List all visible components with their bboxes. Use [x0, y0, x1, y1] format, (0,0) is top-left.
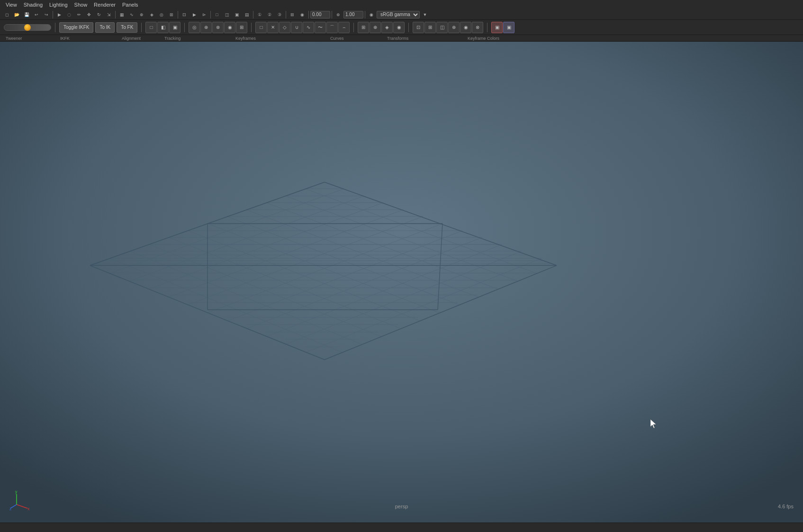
sep2 [115, 11, 116, 18]
menu-lighting[interactable]: Lighting [46, 1, 71, 8]
ipr-icon[interactable]: ⊳ [199, 10, 209, 19]
select-icon[interactable]: ▶ [54, 10, 64, 19]
menu-shading[interactable]: Shading [21, 1, 45, 8]
curve-1-icon[interactable]: ⊞ [358, 22, 369, 33]
track-1-icon[interactable]: ◎ [189, 22, 200, 33]
camera-name-text: persp [395, 504, 408, 509]
dropdown-icon[interactable]: ▼ [420, 10, 430, 19]
transform-6-icon[interactable]: ⊗ [472, 22, 483, 33]
icon-toolbar: ◻ 📂 💾 ↩ ↪ ▶ ◌ ✏ ✥ ↻ ⇲ ▦ ∿ ⊕ ◈ ◎ ⊞ ⊡ ▶ ⊳ … [0, 9, 803, 20]
snap-grid-icon[interactable]: ▦ [117, 10, 126, 19]
multiplier-input[interactable] [343, 11, 363, 18]
menu-renderer[interactable]: Renderer [91, 1, 118, 8]
label-curves: Curves [328, 36, 385, 41]
tweener-slider-container [4, 24, 51, 31]
sep4 [210, 11, 211, 18]
paint-icon[interactable]: ✏ [74, 10, 84, 19]
smooth-2-icon[interactable]: ② [265, 10, 274, 19]
sep3 [178, 11, 178, 18]
display-4-icon[interactable]: ▤ [242, 10, 252, 19]
track-3-icon[interactable]: ⊗ [212, 22, 224, 33]
undo-icon[interactable]: ↩ [32, 10, 41, 19]
kfcolor-1-icon[interactable]: ▣ [491, 22, 503, 33]
transform-5-icon[interactable]: ◉ [460, 22, 471, 33]
redo-icon[interactable]: ↪ [42, 10, 51, 19]
key-2-icon[interactable]: ✕ [267, 22, 279, 33]
open-file-icon[interactable]: 📂 [12, 10, 21, 19]
color-icon[interactable]: ◉ [367, 10, 376, 19]
anim-icon[interactable]: ⊕ [334, 10, 343, 19]
curves-icons: ⊞ ⊕ ◈ ◉ [358, 22, 405, 33]
key-8-icon[interactable]: ⌢ [338, 22, 350, 33]
frame-all-icon[interactable]: ⊞ [288, 10, 297, 19]
to-ik-button[interactable]: To IK [95, 22, 115, 33]
label-tweener: Tweener [4, 36, 58, 41]
key-3-icon[interactable]: ◇ [279, 22, 290, 33]
xray-icon[interactable]: ◉ [298, 10, 307, 19]
track-2-icon[interactable]: ⊕ [200, 22, 212, 33]
align-3-icon[interactable]: ▣ [169, 22, 180, 33]
smooth-3-icon[interactable]: ③ [275, 10, 284, 19]
align-2-icon[interactable]: ◧ [157, 22, 169, 33]
move-icon[interactable]: ✥ [84, 10, 94, 19]
toggle-ikfk-button[interactable]: Toggle IKFK [59, 22, 93, 33]
render-icon[interactable]: ▶ [189, 10, 199, 19]
key-7-icon[interactable]: ⌒ [326, 22, 338, 33]
snap-surface-icon[interactable]: ◈ [147, 10, 156, 19]
scale-icon[interactable]: ⇲ [104, 10, 114, 19]
label-alignment: Alignment [120, 36, 162, 41]
display-3-icon[interactable]: ▣ [232, 10, 242, 19]
new-file-icon[interactable]: ◻ [2, 10, 11, 19]
snap-live-icon[interactable]: ◎ [157, 10, 166, 19]
sep-keyframes [353, 23, 354, 32]
snap-curve-icon[interactable]: ∿ [127, 10, 136, 19]
perspective-grid [0, 42, 803, 523]
transform-1-icon[interactable]: ⊡ [413, 22, 424, 33]
sep8 [332, 11, 332, 18]
smooth-1-icon[interactable]: ① [255, 10, 264, 19]
track-4-icon[interactable]: ◉ [224, 22, 235, 33]
menu-panels[interactable]: Panels [119, 1, 141, 8]
snap-point-icon[interactable]: ⊕ [137, 10, 146, 19]
tweener-toolbar: Toggle IKFK To IK To FK □ ◧ ▣ ◎ ⊕ ⊗ ◉ ⊞ … [0, 20, 803, 35]
tweener-track[interactable] [4, 24, 51, 31]
to-fk-button[interactable]: To FK [117, 22, 137, 33]
display-1-icon[interactable]: □ [212, 10, 222, 19]
camera-label: persp [395, 504, 408, 509]
label-keyframe-colors: Keyframe Colors [466, 36, 537, 41]
lasso-icon[interactable]: ◌ [64, 10, 74, 19]
render-region-icon[interactable]: ⊡ [180, 10, 189, 19]
curve-3-icon[interactable]: ◈ [381, 22, 393, 33]
tweener-thumb[interactable] [24, 24, 31, 31]
display-2-icon[interactable]: ◫ [222, 10, 232, 19]
align-1-icon[interactable]: □ [145, 22, 157, 33]
curve-2-icon[interactable]: ⊕ [370, 22, 381, 33]
transform-4-icon[interactable]: ⊕ [448, 22, 460, 33]
transform-3-icon[interactable]: ◫ [436, 22, 448, 33]
alignment-icons: □ ◧ ▣ [145, 22, 180, 33]
snap-view-icon[interactable]: ⊞ [167, 10, 176, 19]
svg-line-71 [17, 505, 27, 508]
key-5-icon[interactable]: ∿ [303, 22, 314, 33]
transform-2-icon[interactable]: ⊞ [424, 22, 436, 33]
kfcolor-2-icon[interactable]: ▣ [503, 22, 514, 33]
rotate-icon[interactable]: ↻ [94, 10, 104, 19]
menu-view[interactable]: View [3, 1, 20, 8]
key-6-icon[interactable]: 〜 [315, 22, 326, 33]
color-space-select[interactable]: sRGB gamma [377, 11, 420, 18]
menu-show[interactable]: Show [72, 1, 90, 8]
fps-counter: 4.6 fps [778, 504, 794, 509]
track-5-icon[interactable]: ⊞ [236, 22, 247, 33]
sep1 [53, 11, 53, 18]
curve-4-icon[interactable]: ◉ [393, 22, 405, 33]
save-file-icon[interactable]: 💾 [22, 10, 31, 19]
sep-tweener [55, 23, 55, 32]
svg-text:z: z [9, 506, 12, 511]
tweener-labels-row: Tweener IKFK Alignment Tracking Keyframe… [0, 35, 803, 42]
key-4-icon[interactable]: ∪ [291, 22, 302, 33]
svg-text:x: x [27, 506, 30, 511]
viewport-3d[interactable]: x y z persp 4.6 fps [0, 42, 803, 523]
sep7 [308, 11, 309, 18]
value-input[interactable] [310, 11, 330, 18]
key-1-icon[interactable]: □ [255, 22, 267, 33]
